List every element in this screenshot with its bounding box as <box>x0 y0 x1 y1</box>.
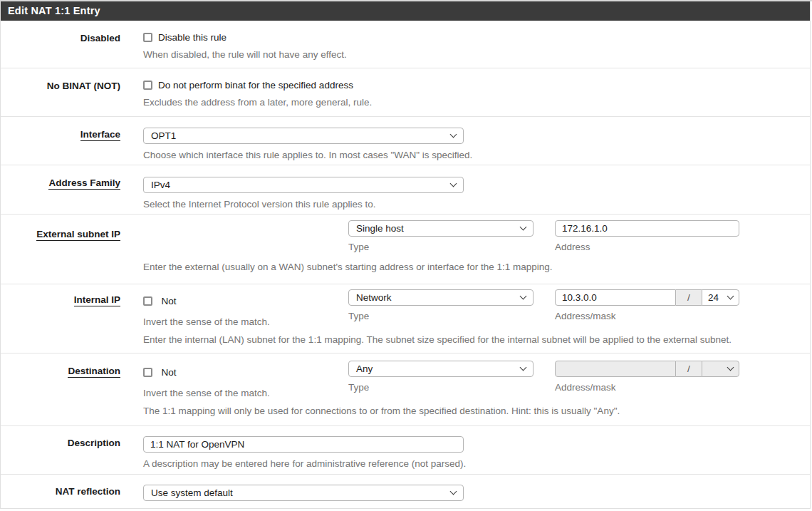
nat-reflection-select[interactable]: Use system default <box>143 485 464 501</box>
chevron-down-icon <box>727 364 734 371</box>
destination-mask-select <box>702 361 739 377</box>
mask-separator: / <box>676 361 702 377</box>
external-address-caption: Address <box>555 242 739 252</box>
disabled-help-text: When disabled, the rule will not have an… <box>143 49 803 60</box>
address-family-help-text: Select the Internet Protocol version thi… <box>143 199 803 210</box>
external-type-select-value: Single host <box>356 223 404 234</box>
destination-not-checkbox[interactable] <box>143 368 152 377</box>
destination-invert-help-text: Invert the sense of the match. <box>143 388 270 398</box>
destination-type-select[interactable]: Any <box>348 361 533 377</box>
internal-mask-select-value: 24 <box>708 292 719 303</box>
destination-help-text: The 1:1 mapping will only be used for co… <box>143 406 620 416</box>
panel-title: Edit NAT 1:1 Entry <box>1 1 810 21</box>
address-family-select-value: IPv4 <box>151 180 170 190</box>
form-row-nat-reflection: NAT reflection Use system default <box>1 475 810 508</box>
nobinat-help-text: Excludes the address from a later, more … <box>143 97 803 108</box>
edit-nat-1to1-panel: Edit NAT 1:1 Entry Disabled Disable this… <box>0 1 811 509</box>
internal-ip-label: Internal IP <box>74 294 120 306</box>
nat-reflection-label: NAT reflection <box>1 486 120 497</box>
destination-type-caption: Type <box>348 382 533 393</box>
interface-select-value: OPT1 <box>151 130 176 141</box>
internal-not-checkbox-label[interactable]: Not <box>161 296 176 306</box>
internal-type-caption: Type <box>348 311 533 321</box>
chevron-down-icon <box>520 224 527 231</box>
address-family-select[interactable]: IPv4 <box>143 177 464 193</box>
form-row-address-family: Address Family IPv4 Select the Internet … <box>1 165 810 215</box>
disable-rule-checkbox-label[interactable]: Disable this rule <box>158 32 227 43</box>
external-address-input[interactable] <box>555 220 739 237</box>
internal-invert-help-text: Invert the sense of the match. <box>143 316 270 327</box>
internal-type-select-value: Network <box>356 292 392 303</box>
external-help-text: Enter the external (usually on a WAN) su… <box>143 262 553 272</box>
internal-not-checkbox[interactable] <box>143 296 152 306</box>
form-row-disabled: Disabled Disable this rule When disabled… <box>1 21 810 68</box>
destination-address-input <box>555 361 676 377</box>
address-family-label: Address Family <box>48 177 120 190</box>
nobinat-checkbox-label[interactable]: Do not perform binat for the specified a… <box>158 80 353 91</box>
interface-select[interactable]: OPT1 <box>143 128 464 144</box>
disabled-label: Disabled <box>1 33 120 43</box>
nat-reflection-select-value: Use system default <box>151 487 233 498</box>
disable-rule-checkbox[interactable] <box>143 33 152 42</box>
interface-label: Interface <box>80 129 120 141</box>
nobinat-label: No BINAT (NOT) <box>1 81 120 91</box>
form-row-interface: Interface OPT1 Choose which interface th… <box>1 117 810 165</box>
external-type-select[interactable]: Single host <box>348 220 533 237</box>
form-row-destination: Destination Not Invert the sense of the … <box>1 353 810 426</box>
form-row-nobinat: No BINAT (NOT) Do not perform binat for … <box>1 68 810 117</box>
destination-not-checkbox-label[interactable]: Not <box>161 367 176 378</box>
chevron-down-icon <box>520 293 527 300</box>
chevron-down-icon <box>450 131 457 138</box>
form-row-internal-ip: Internal IP Not Invert the sense of the … <box>1 284 810 353</box>
destination-address-caption: Address/mask <box>555 382 739 393</box>
description-input[interactable] <box>143 436 464 453</box>
internal-address-caption: Address/mask <box>555 311 739 321</box>
destination-type-select-value: Any <box>356 363 373 374</box>
chevron-down-icon <box>520 364 527 371</box>
internal-type-select[interactable]: Network <box>348 289 533 306</box>
mask-separator: / <box>676 289 702 306</box>
chevron-down-icon <box>450 180 457 187</box>
chevron-down-icon <box>727 293 734 300</box>
internal-help-text: Enter the internal (LAN) subnet for the … <box>143 334 732 345</box>
external-type-caption: Type <box>348 242 533 252</box>
form-row-description: Description A description may be entered… <box>1 426 810 475</box>
form-row-external-subnet-ip: External subnet IP Single host Type Addr… <box>1 215 810 284</box>
chevron-down-icon <box>450 488 457 495</box>
nobinat-checkbox[interactable] <box>143 81 152 90</box>
interface-help-text: Choose which interface this rule applies… <box>143 150 803 160</box>
description-label: Description <box>1 438 120 448</box>
internal-address-input[interactable] <box>555 289 676 306</box>
description-help-text: A description may be entered here for ad… <box>143 458 803 469</box>
external-subnet-ip-label: External subnet IP <box>36 229 120 241</box>
destination-label: Destination <box>68 366 120 378</box>
internal-mask-select[interactable]: 24 <box>702 289 739 306</box>
